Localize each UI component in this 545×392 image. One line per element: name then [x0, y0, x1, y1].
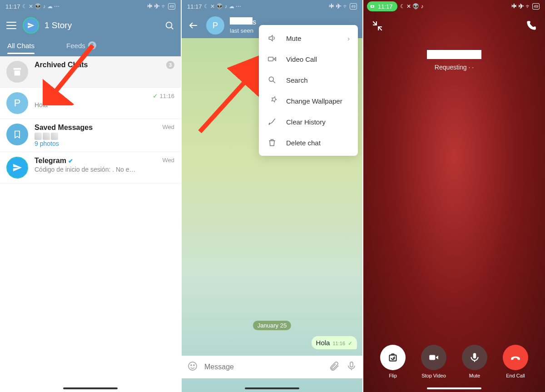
back-button[interactable]	[188, 20, 199, 31]
menu-search[interactable]: Search	[259, 69, 358, 90]
archived-title: Archived Chats	[35, 61, 166, 69]
attach-icon[interactable]	[329, 361, 340, 373]
phone-icon[interactable]	[525, 20, 537, 32]
video-icon	[421, 345, 446, 370]
svg-point-0	[166, 22, 172, 28]
flip-camera-button[interactable]: Flip	[380, 345, 406, 378]
speaker-icon	[267, 33, 277, 43]
chat-title: Saved Messages	[35, 124, 163, 132]
svg-marker-7	[274, 58, 276, 61]
caller-info: Requesting · ·	[427, 50, 481, 71]
chat-row-saved[interactable]: Saved Messages 9 photos Wed	[0, 119, 181, 152]
search-icon[interactable]	[164, 20, 174, 30]
feeds-badge: 3	[88, 41, 96, 50]
menu-video-call[interactable]: Video Call	[259, 49, 358, 69]
screen-chat-list: 11:17 ☾ ✕ 👽 ♪ ☁ ⋯ ✱ ✈ ᯤ 49 1 Story All C…	[0, 0, 182, 392]
home-indicator	[63, 387, 118, 389]
home-indicator	[245, 387, 299, 389]
tab-feeds[interactable]: Feeds 3	[66, 41, 96, 53]
contact-avatar: P	[6, 92, 28, 114]
svg-point-11	[191, 365, 192, 366]
menu-mute[interactable]: Mute ›	[259, 28, 358, 49]
stop-video-button[interactable]: Stop Video	[421, 345, 446, 378]
chevron-right-icon: ›	[347, 35, 350, 42]
check-icon: ✓	[348, 340, 352, 347]
message-input-bar	[182, 356, 362, 378]
minimize-icon[interactable]	[372, 20, 383, 32]
svg-line-1	[171, 27, 173, 29]
video-icon	[267, 54, 277, 64]
caller-name-mask	[427, 50, 481, 59]
svg-rect-13	[350, 362, 353, 367]
trash-icon	[267, 138, 277, 148]
header-title: 1 Story	[45, 20, 164, 30]
contact-avatar[interactable]: P	[206, 16, 224, 35]
mute-button[interactable]: Mute	[462, 345, 487, 378]
chat-preview: Hola	[35, 101, 153, 109]
call-status: Requesting · ·	[427, 64, 481, 71]
message-input[interactable]	[204, 363, 322, 371]
camera-indicator: 11:17	[367, 1, 397, 11]
search-icon	[267, 75, 277, 85]
date-chip: January 25	[253, 321, 291, 330]
telegram-icon[interactable]	[23, 17, 39, 34]
menu-clear-history[interactable]: Clear History	[259, 111, 358, 132]
tab-all-chats[interactable]: All Chats	[7, 42, 35, 53]
end-call-button[interactable]: End Call	[503, 345, 528, 378]
chat-preview: Código de inicio de sesión: . No e…	[35, 166, 163, 173]
chat-row-telegram[interactable]: Telegram ✔ Código de inicio de sesión: .…	[0, 152, 181, 184]
brush-icon	[267, 117, 277, 127]
verified-icon: ✔	[68, 158, 73, 164]
screen-video-call: 11:17 ☾ ✕ 👽 ♪ ✱ ✈ ᯤ 49 Requesting · · Fl…	[363, 0, 545, 392]
end-call-icon	[503, 345, 528, 370]
svg-point-17	[372, 5, 373, 7]
menu-button[interactable]	[6, 22, 16, 29]
archived-badge: 3	[166, 61, 174, 69]
svg-line-9	[273, 81, 275, 83]
svg-rect-23	[473, 353, 476, 358]
svg-line-18	[373, 21, 377, 25]
archive-icon	[6, 61, 28, 83]
svg-marker-22	[436, 356, 438, 360]
pin-icon	[267, 96, 277, 106]
status-bar: 11:17 ☾ ✕ 👽 ♪ ☁ ⋯ ✱ ✈ ᯤ 49	[0, 0, 181, 13]
message-bubble[interactable]: Hola 11:16 ✓	[312, 336, 357, 349]
status-bar: 11:17 ☾ ✕ 👽 ♪ ✱ ✈ ᯤ 49	[363, 0, 545, 13]
svg-point-12	[193, 365, 194, 366]
battery-indicator: 49	[168, 3, 175, 10]
status-bar: 11:17 ☾ ✕ 👽 ♪ ☁ ⋯ ✱ ✈ ᯤ 49	[182, 0, 362, 13]
chat-row-p[interactable]: P Hola ✓ 11:16	[0, 88, 181, 119]
home-indicator	[427, 387, 481, 389]
microphone-icon[interactable]	[346, 361, 357, 373]
chat-dropdown-menu: Mute › Video Call Search Change Wallpape…	[259, 25, 358, 156]
status-time: 11:17	[5, 3, 20, 10]
svg-point-8	[269, 77, 273, 81]
archived-chats[interactable]: Archived Chats 3	[0, 56, 181, 88]
flip-icon	[380, 345, 406, 370]
screen-chat-menu: 11:17 ☾ ✕ 👽 ♪ ☁ ⋯ ✱ ✈ ᯤ 49 P s last seen…	[182, 0, 363, 392]
svg-marker-5	[269, 35, 272, 41]
svg-point-10	[188, 362, 197, 370]
bookmark-icon	[6, 124, 28, 145]
svg-line-19	[378, 27, 382, 30]
emoji-icon[interactable]	[187, 361, 198, 373]
menu-change-wallpaper[interactable]: Change Wallpaper	[259, 90, 358, 111]
telegram-avatar-icon	[6, 157, 28, 179]
svg-rect-21	[429, 355, 435, 360]
microphone-icon	[462, 345, 487, 370]
svg-rect-6	[268, 57, 273, 61]
menu-delete-chat[interactable]: Delete chat	[259, 132, 358, 153]
